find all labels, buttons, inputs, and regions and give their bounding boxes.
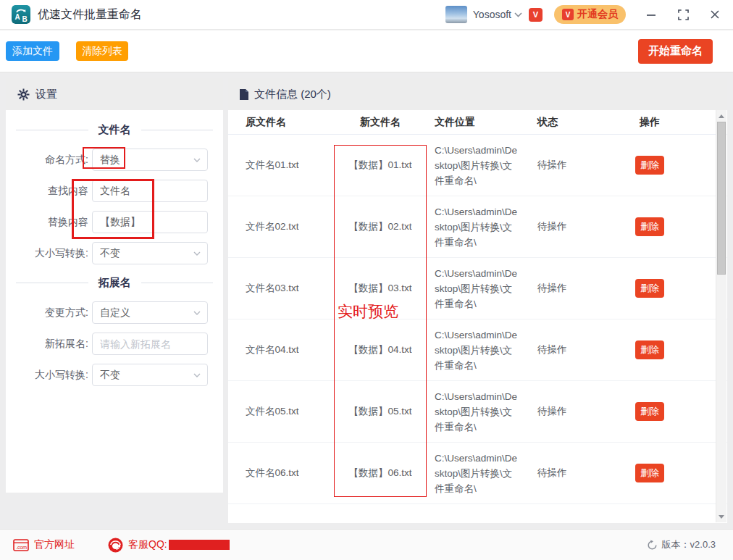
qq-number-redacted [169, 540, 230, 550]
case-convert-label: 大小写转换: [16, 247, 88, 260]
official-website-link[interactable]: .com 官方网址 [13, 538, 75, 551]
scroll-up-arrow[interactable] [716, 110, 726, 122]
close-icon [710, 9, 720, 20]
vip-badge-icon: V [529, 8, 543, 22]
chevron-down-icon [193, 158, 201, 162]
file-panel-title: 文件信息 (20个) [254, 88, 331, 101]
new-extension-label: 新拓展名: [16, 338, 88, 351]
customer-service-qq[interactable]: 客服QQ: [108, 538, 230, 553]
delete-button[interactable]: 删除 [635, 279, 664, 298]
new-filename: 【数据】02.txt [333, 220, 427, 233]
new-filename: 【数据】05.txt [333, 405, 427, 418]
app-logo-icon: A B [12, 5, 30, 24]
find-content-label: 查找内容 [16, 185, 88, 198]
new-filename: 【数据】03.txt [333, 282, 427, 295]
file-path: C:\Users\admin\Desktop\图片转换\文件重命名\ [435, 206, 517, 248]
version-info[interactable]: 版本：v2.0.3 [647, 538, 716, 551]
status-text: 待操作 [519, 159, 594, 172]
table-row: 文件名04.txt 【数据】04.txt C:\Users\admin\Desk… [228, 319, 727, 381]
maximize-button[interactable] [677, 8, 690, 21]
settings-panel-header: 设置 [6, 78, 223, 110]
replace-content-label: 替换内容 [16, 216, 88, 229]
open-vip-button[interactable]: V 开通会员 [554, 5, 626, 24]
delete-button[interactable]: 删除 [635, 340, 664, 359]
status-text: 待操作 [519, 220, 594, 233]
website-com-icon: .com [13, 539, 29, 551]
original-filename: 文件名05.txt [228, 405, 333, 418]
file-path: C:\Users\admin\Desktop\图片转换\文件重命名\ [435, 453, 517, 494]
file-path: C:\Users\admin\Desktop\图片转换\文件重命名\ [435, 391, 517, 432]
chevron-down-icon [193, 373, 201, 377]
col-location: 文件位置 [427, 116, 519, 129]
file-path: C:\Users\admin\Desktop\图片转换\文件重命名\ [435, 145, 517, 186]
table-row: C:\Users\admin 删除 [228, 504, 727, 523]
file-path: C:\Users\admin\Desktop\图片转换\文件重命名\ [435, 330, 517, 371]
settings-title: 设置 [35, 88, 57, 101]
extension-section-title: 拓展名 [16, 276, 213, 290]
file-info-panel: 文件信息 (20个) 原文件名 新文件名 文件位置 状态 操作 文件名01.tx… [228, 78, 727, 523]
customer-service-icon [108, 538, 123, 553]
chevron-down-icon [193, 251, 201, 256]
col-status: 状态 [519, 116, 594, 129]
table-row: 文件名06.txt 【数据】06.txt C:\Users\admin\Desk… [228, 443, 727, 504]
delete-button[interactable]: 删除 [635, 402, 664, 421]
original-filename: 文件名01.txt [228, 159, 333, 172]
new-filename: 【数据】01.txt [333, 159, 427, 172]
original-filename: 文件名02.txt [228, 220, 333, 233]
refresh-icon [647, 540, 658, 551]
file-table-body: 文件名01.txt 【数据】01.txt C:\Users\admin\Desk… [228, 135, 727, 523]
naming-method-label: 命名方式: [16, 154, 88, 167]
title-bar: A B 优速文件批量重命名 Yososoft V V 开通会员 [0, 0, 733, 30]
user-avatar[interactable] [445, 6, 467, 23]
file-panel-header: 文件信息 (20个) [228, 78, 727, 110]
original-filename: 文件名03.txt [228, 282, 333, 295]
original-filename: 文件名06.txt [228, 467, 333, 480]
vip-icon: V [562, 9, 574, 20]
user-name[interactable]: Yososoft [473, 9, 511, 20]
svg-text:.com: .com [16, 544, 27, 549]
delete-button[interactable]: 删除 [635, 217, 664, 236]
footer: .com 官方网址 客服QQ: 版本：v2.0.3 [0, 529, 733, 560]
minimize-button[interactable] [645, 8, 658, 21]
table-scrollbar[interactable] [716, 110, 726, 522]
start-rename-button[interactable]: 开始重命名 [638, 39, 713, 64]
main-content: 设置 文件名 命名方式: 替换 查找内容 替换内容 [0, 72, 733, 529]
change-method-select[interactable]: 自定义 [92, 301, 208, 324]
change-method-label: 变更方式: [16, 306, 88, 319]
naming-method-select[interactable]: 替换 [92, 149, 208, 171]
new-extension-input[interactable] [92, 333, 208, 355]
table-row: 文件名05.txt 【数据】05.txt C:\Users\admin\Desk… [228, 381, 727, 443]
toolbar: 添加文件 清除列表 开始重命名 [0, 30, 733, 72]
document-icon [240, 89, 248, 100]
col-original: 原文件名 [228, 116, 333, 129]
add-files-button[interactable]: 添加文件 [6, 41, 59, 61]
close-button[interactable] [708, 8, 721, 21]
status-text: 待操作 [519, 467, 594, 480]
svg-text:B: B [22, 15, 28, 23]
delete-button[interactable]: 删除 [635, 156, 664, 175]
original-filename: 文件名04.txt [228, 343, 333, 356]
file-path: C:\Users\admin\Desktop\图片转换\文件重命名\ [435, 268, 517, 309]
table-row: 文件名03.txt 【数据】03.txt C:\Users\admin\Desk… [228, 258, 727, 319]
scrollbar-thumb[interactable] [717, 122, 726, 275]
col-new: 新文件名 [333, 116, 427, 129]
table-header: 原文件名 新文件名 文件位置 状态 操作 [228, 110, 727, 135]
chevron-down-icon[interactable] [514, 12, 522, 17]
table-row: 文件名01.txt 【数据】01.txt C:\Users\admin\Desk… [228, 135, 727, 196]
new-filename: 【数据】04.txt [333, 343, 427, 356]
status-text: 待操作 [519, 282, 594, 295]
minimize-icon [646, 9, 656, 20]
clear-list-button[interactable]: 清除列表 [76, 41, 128, 61]
replace-content-input[interactable] [92, 211, 208, 233]
col-action: 操作 [594, 116, 727, 129]
delete-button[interactable]: 删除 [635, 464, 664, 482]
ext-case-convert-select[interactable]: 不变 [92, 364, 208, 386]
status-text: 待操作 [519, 343, 594, 356]
settings-panel: 设置 文件名 命名方式: 替换 查找内容 替换内容 [6, 78, 223, 493]
find-content-input[interactable] [92, 180, 208, 202]
case-convert-select[interactable]: 不变 [92, 242, 208, 264]
status-text: 待操作 [519, 405, 594, 418]
app-title: 优速文件批量重命名 [38, 7, 142, 22]
gear-icon [17, 88, 30, 101]
scroll-down-arrow[interactable] [716, 511, 726, 522]
